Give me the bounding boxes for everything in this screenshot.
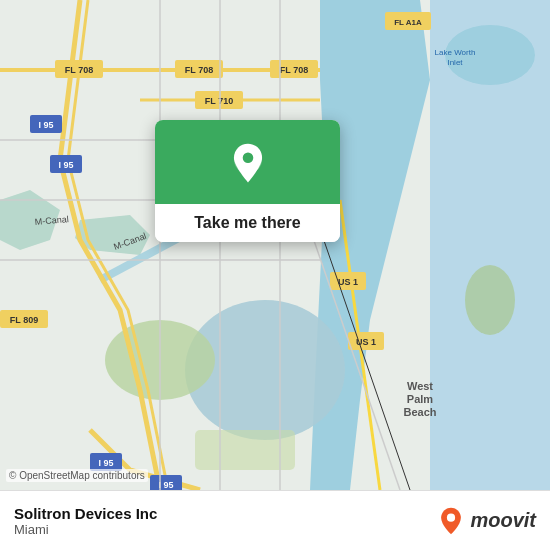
svg-text:FL 809: FL 809 <box>10 315 38 325</box>
location-info: Solitron Devices Inc Miami <box>14 505 157 537</box>
map-attribution: © OpenStreetMap contributors <box>6 469 148 482</box>
bottom-bar: Solitron Devices Inc Miami moovit <box>0 490 550 550</box>
location-pin-icon <box>226 142 270 186</box>
location-city: Miami <box>14 522 157 537</box>
svg-text:West: West <box>407 380 433 392</box>
svg-text:I 95: I 95 <box>58 160 73 170</box>
svg-text:FL 708: FL 708 <box>65 65 93 75</box>
svg-text:FL 708: FL 708 <box>280 65 308 75</box>
take-me-there-button[interactable]: Take me there <box>155 204 340 242</box>
popup-header <box>155 120 340 204</box>
svg-point-55 <box>242 153 253 164</box>
svg-point-56 <box>447 513 455 521</box>
svg-text:Palm: Palm <box>407 393 434 405</box>
svg-text:Beach: Beach <box>403 406 436 418</box>
svg-point-9 <box>465 265 515 335</box>
location-name: Solitron Devices Inc <box>14 505 157 522</box>
svg-text:FL 708: FL 708 <box>185 65 213 75</box>
svg-text:US 1: US 1 <box>338 277 358 287</box>
moovit-brand-text: moovit <box>470 509 536 532</box>
map-container: FL 708 FL 708 FL 708 FL A1A FL 710 I 95 … <box>0 0 550 490</box>
svg-text:Lake Worth: Lake Worth <box>435 48 476 57</box>
svg-text:FL A1A: FL A1A <box>394 18 422 27</box>
svg-text:Inlet: Inlet <box>447 58 463 67</box>
svg-text:FL 710: FL 710 <box>205 96 233 106</box>
popup-card: Take me there <box>155 120 340 242</box>
map-background: FL 708 FL 708 FL 708 FL A1A FL 710 I 95 … <box>0 0 550 490</box>
svg-text:I 95: I 95 <box>38 120 53 130</box>
svg-text:I 95: I 95 <box>98 458 113 468</box>
moovit-pin-icon <box>437 507 465 535</box>
moovit-logo[interactable]: moovit <box>437 507 536 535</box>
